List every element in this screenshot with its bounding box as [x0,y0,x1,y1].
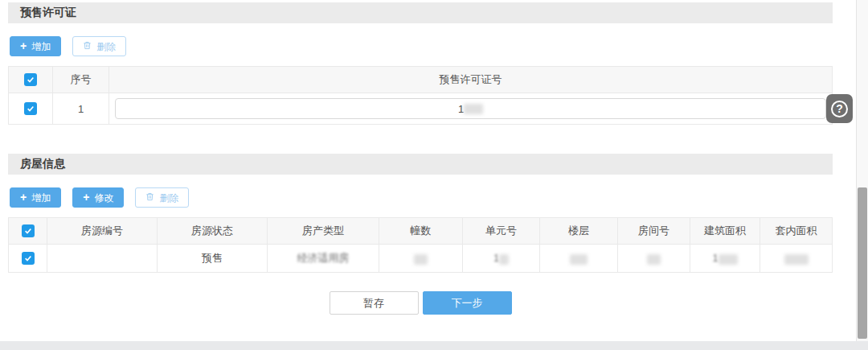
inner-area-redacted-value [784,254,809,265]
house-row-property-type: 经济适用房 [268,245,379,273]
house-col-status: 房源状态 [158,218,268,245]
save-draft-button[interactable]: 暂存 [330,291,419,315]
permit-number-visible-text: 1 [458,103,464,115]
house-row-room-no [618,245,690,273]
house-col-floor: 楼层 [540,218,618,245]
house-col-building-area: 建筑面积 [690,218,760,245]
plus-icon: + [20,191,27,203]
floor-redacted-value [570,254,588,265]
house-col-inner-area: 套内面积 [760,218,833,245]
help-button[interactable]: ? [826,94,853,123]
permit-table-row: 1 1 [9,93,833,125]
house-select-all-checkbox[interactable] [22,224,35,237]
house-col-room-no: 房间号 [618,218,690,245]
permit-delete-button-label: 删除 [96,42,116,51]
house-table-header-row: 房源编号 房源状态 房产类型 幢数 单元号 楼层 房间号 建筑面积 套内面积 [9,218,833,245]
next-step-button-label: 下一步 [452,296,483,311]
permit-delete-button[interactable]: 删除 [72,36,126,56]
bottom-strip [0,341,868,350]
save-draft-button-label: 暂存 [363,296,384,311]
building-no-redacted-value [414,254,428,265]
building-area-redacted-value [719,254,738,265]
question-mark-icon: ? [831,101,848,117]
house-toolbar: + 增加 + 修改 删除 [10,187,833,208]
house-info-section-header: 房屋信息 [8,154,833,175]
house-delete-button-label: 删除 [159,193,178,203]
permit-table: 序号 预售许可证号 1 1 [8,66,833,125]
house-col-unit-no: 单元号 [463,218,540,245]
form-content: 预售许可证 + 增加 删除 序号 预售 [8,2,833,315]
permit-col-index: 序号 [53,67,109,93]
house-table-row: 预售 经济适用房 1 1 [9,245,833,273]
house-table: 房源编号 房源状态 房产类型 幢数 单元号 楼层 房间号 建筑面积 套内面积 预… [8,217,833,273]
permit-number-input[interactable]: 1 [115,98,826,119]
vertical-scrollbar-thumb[interactable] [858,187,867,339]
footer-actions: 暂存 下一步 [8,291,833,315]
house-row-floor [540,245,618,273]
permit-number-redacted-value [464,104,483,114]
house-row-building-area: 1 [690,245,760,273]
room-no-redacted-value [647,254,661,265]
permit-table-header-row: 序号 预售许可证号 [9,67,833,93]
permit-add-button[interactable]: + 增加 [10,36,61,56]
plus-icon: + [83,191,89,203]
building-area-visible-text: 1 [712,252,718,264]
permit-select-all-cell [9,67,53,93]
permit-row-select-cell [9,93,53,125]
permit-row-index: 1 [53,93,109,125]
permit-row-checkbox[interactable] [24,102,37,115]
unit-no-redacted-value [499,254,509,265]
permit-number-cell: 1 [109,93,833,125]
house-row-inner-area [760,245,833,273]
permit-toolbar: + 增加 删除 [10,36,833,56]
house-row-checkbox[interactable] [22,252,35,265]
property-type-redacted-text: 经济适用房 [297,252,350,264]
permit-add-button-label: 增加 [31,42,51,51]
house-col-building-no: 幢数 [379,218,463,245]
house-row-building-no [379,245,463,273]
unit-no-visible-text: 1 [493,252,499,264]
house-col-property-type: 房产类型 [268,218,379,245]
plus-icon: + [20,40,27,51]
presale-permit-section-header: 预售许可证 [8,2,833,23]
house-modify-button-label: 修改 [94,193,113,203]
permit-col-number: 预售许可证号 [109,67,833,93]
house-info-section-title: 房屋信息 [20,157,65,171]
house-row-listing-no [47,245,158,273]
house-row-status: 预售 [158,245,268,273]
permit-select-all-checkbox[interactable] [24,73,37,86]
next-step-button[interactable]: 下一步 [423,291,512,315]
trash-icon [83,41,92,51]
house-add-button-label: 增加 [31,193,51,203]
presale-permit-section-title: 预售许可证 [20,6,76,20]
house-delete-button[interactable]: 删除 [135,187,189,208]
house-row-unit-no: 1 [463,245,540,273]
house-col-listing-no: 房源编号 [47,218,158,245]
house-row-select-cell [9,245,47,273]
trash-icon [145,192,154,203]
house-modify-button[interactable]: + 修改 [72,187,124,208]
house-add-button[interactable]: + 增加 [10,187,61,208]
house-select-all-cell [9,218,47,245]
